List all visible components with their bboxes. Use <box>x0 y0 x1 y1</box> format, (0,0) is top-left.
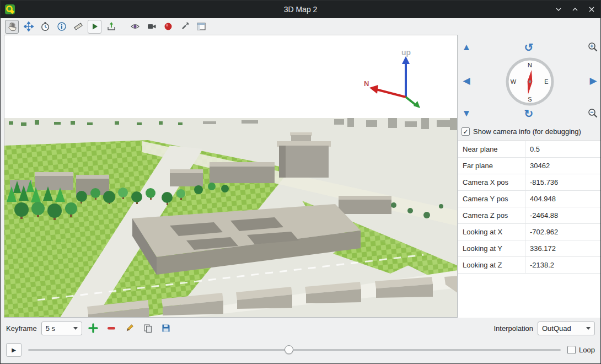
export-scene-icon[interactable] <box>104 20 118 34</box>
interpolation-value: OutQuad <box>542 324 581 333</box>
chevron-down-icon <box>586 327 591 330</box>
toolbar <box>1 18 600 35</box>
identify-icon[interactable] <box>55 20 68 34</box>
row-value: 30462 <box>525 158 601 174</box>
zoom-in-button[interactable] <box>587 41 599 53</box>
titlebar: 3D Map 2 <box>1 1 600 18</box>
pan-tool-icon[interactable] <box>5 20 19 34</box>
row-value: -815.736 <box>525 174 601 191</box>
loop-checkbox-row: Loop <box>567 346 595 354</box>
row-label: Camera Z pos <box>458 207 525 224</box>
save-keyframe-button[interactable] <box>159 322 173 335</box>
row-label: Camera X pos <box>458 174 525 191</box>
zoom-out-button[interactable] <box>587 108 599 120</box>
row-value: -2138.2 <box>525 257 601 274</box>
maximize-icon[interactable] <box>571 5 579 14</box>
side-panel: ▲ ↺ ◀ N E S W ▶ ▼ ↻ <box>458 35 601 318</box>
camera-info-checkbox[interactable]: ✓ <box>462 127 470 136</box>
camera-navigation: ▲ ↺ ◀ N E S W ▶ ▼ ↻ <box>458 35 601 126</box>
nav-down-button[interactable]: ▼ <box>460 108 473 120</box>
nav-up-button[interactable]: ▲ <box>460 41 473 53</box>
table-row: Camera Z pos -2464.88 <box>458 207 601 224</box>
table-row: Camera Y pos 404.948 <box>458 191 601 207</box>
qgis-3d-map-window: { "window": { "title": "3D Map 2" }, "to… <box>0 0 601 364</box>
duplicate-keyframe-button[interactable] <box>141 322 155 335</box>
row-value: 336.172 <box>525 240 601 257</box>
rotate-down-button[interactable]: ↻ <box>522 107 535 120</box>
row-value: -702.962 <box>525 224 601 240</box>
camera-info-table: Near plane 0.5 Far plane 30462 Camera X … <box>458 141 601 318</box>
compass-n-label: N <box>528 62 532 68</box>
toggle-eye-icon[interactable] <box>128 20 142 34</box>
row-value: 0.5 <box>525 141 601 158</box>
close-icon[interactable] <box>587 5 596 14</box>
timeline-slider-groove[interactable] <box>28 349 561 351</box>
3d-viewport[interactable]: up N <box>4 35 458 318</box>
dock-panel-icon[interactable] <box>194 20 208 34</box>
row-label: Looking at Y <box>458 240 525 257</box>
row-value: 404.948 <box>525 191 601 207</box>
interpolation-label: Interpolation <box>493 324 533 333</box>
row-label: Far plane <box>458 158 525 174</box>
settings-wrench-icon[interactable] <box>178 20 191 34</box>
compass-w-label: W <box>511 78 517 85</box>
timeline-slider[interactable] <box>28 343 561 356</box>
camera-info-checkbox-label: Show camera info (for debugging) <box>473 127 581 136</box>
keyframe-bar: Keyframe 5 s Interp <box>1 318 600 339</box>
axis-up-label: up <box>401 48 411 57</box>
compass[interactable]: N E S W <box>505 56 555 107</box>
minimize-icon[interactable] <box>554 5 563 14</box>
row-label: Looking at X <box>458 224 525 240</box>
play-button[interactable]: ▶ <box>6 343 22 357</box>
row-value: -2464.88 <box>525 207 601 224</box>
camera-info-checkbox-row: ✓ Show camera info (for debugging) <box>462 127 581 136</box>
chevron-down-icon <box>73 327 78 330</box>
camera-icon[interactable] <box>144 20 158 34</box>
nav-right-button[interactable]: ▶ <box>587 74 599 87</box>
keyframe-duration-select[interactable]: 5 s <box>41 322 82 335</box>
row-label: Looking at Z <box>458 257 525 274</box>
row-label: Near plane <box>458 141 525 158</box>
compass-s-label: S <box>528 96 532 103</box>
edit-keyframe-button[interactable] <box>123 322 137 335</box>
remove-keyframe-button[interactable] <box>105 322 119 335</box>
window-title: 3D Map 2 <box>1 5 600 14</box>
axis-north-label: N <box>364 79 369 88</box>
table-row: Camera X pos -815.736 <box>458 174 601 191</box>
table-row: Looking at Y 336.172 <box>458 240 601 257</box>
row-label: Camera Y pos <box>458 191 525 207</box>
table-row: Far plane 30462 <box>458 158 601 174</box>
keyframe-duration-value: 5 s <box>46 324 68 333</box>
interpolation-select[interactable]: OutQuad <box>538 322 595 335</box>
shadow-sphere-icon[interactable] <box>161 20 175 34</box>
compass-e-label: E <box>544 78 548 85</box>
rotate-up-button[interactable]: ↺ <box>522 41 535 54</box>
table-row: Looking at Z -2138.2 <box>458 257 601 274</box>
table-row: Near plane 0.5 <box>458 141 601 158</box>
zoom-full-icon[interactable] <box>22 20 35 34</box>
measure-line-icon[interactable] <box>71 20 85 34</box>
animation-clock-icon[interactable] <box>38 20 52 34</box>
play-animation-icon[interactable] <box>88 20 101 34</box>
loop-checkbox[interactable] <box>567 346 576 354</box>
window-controls <box>554 1 596 18</box>
nav-left-button[interactable]: ◀ <box>460 74 473 87</box>
playback-row: ▶ Loop <box>1 339 600 361</box>
table-row: Looking at X -702.962 <box>458 224 601 240</box>
axis-indicator: up N <box>362 43 433 109</box>
timeline-slider-handle[interactable] <box>285 345 293 354</box>
loop-label: Loop <box>579 346 595 354</box>
keyframe-label: Keyframe <box>6 324 37 333</box>
camera-info-check-glyph: ✓ <box>463 129 468 135</box>
add-keyframe-button[interactable] <box>87 322 100 335</box>
